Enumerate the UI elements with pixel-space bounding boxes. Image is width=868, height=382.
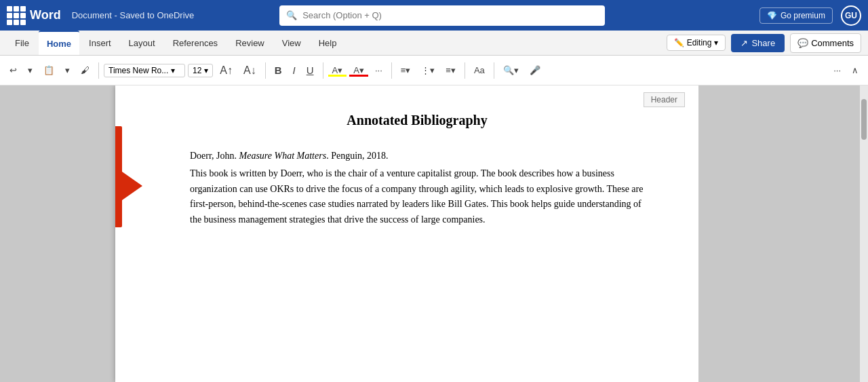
premium-icon: 💎 [767,11,777,20]
more-button[interactable]: ··· [371,62,387,78]
editing-button[interactable]: ✏️ Editing ▾ [667,35,726,51]
citation-title: Measure What Matters [239,151,327,161]
share-button[interactable]: ↗ Share [731,34,785,52]
share-icon: ↗ [741,38,748,48]
separator-2 [265,62,266,79]
increase-font-button[interactable]: A↑ [216,62,237,79]
comments-button[interactable]: 💬 Comments [790,33,861,53]
annotation-overlay: Rename heading to Annotated Bibliography… [115,126,122,227]
font-dropdown-icon: ▾ [171,66,175,75]
undo-button[interactable]: ↩ [5,62,21,78]
waffle-icon[interactable] [7,6,26,25]
editing-label: Editing [687,38,712,47]
scrollbar[interactable] [860,85,868,382]
document-heading[interactable]: Annotated Bibliography [190,113,644,128]
title-bar: Word Document - Saved to OneDrive 🔍 💎 Go… [0,0,868,31]
scrollbar-thumb[interactable] [861,99,867,140]
right-margin [698,85,868,382]
left-margin [0,85,115,382]
dictate-button[interactable]: 🎤 [526,62,545,78]
svg-marker-0 [115,162,142,210]
comments-label: Comments [811,38,854,48]
chevron-down-icon: ▾ [714,38,718,47]
document-page[interactable]: Rename heading to Annotated Bibliography… [115,85,698,382]
format-painter-button[interactable]: 🖌 [77,62,94,78]
font-color-icon: A [353,65,359,75]
search-input[interactable] [302,10,598,20]
avatar[interactable]: GU [841,5,861,26]
decrease-font-button[interactable]: A↓ [239,62,260,79]
overflow-button[interactable]: ··· [829,62,845,78]
search-bar[interactable]: 🔍 [279,5,605,26]
citation-line: Doerr, John. Measure What Matters. Pengu… [190,149,644,164]
separator-6 [494,62,494,79]
font-selector[interactable]: Times New Ro... ▾ [104,64,185,77]
font-size-value: 12 [193,66,201,75]
tab-references[interactable]: References [165,31,226,55]
tab-review[interactable]: Review [227,31,273,55]
tab-home[interactable]: Home [39,31,79,55]
numbering-button[interactable]: ⋮▾ [417,62,439,78]
separator-3 [323,62,323,79]
underline-button[interactable]: U [302,62,318,79]
highlight-icon: A [332,65,338,75]
highlight-dropdown: ▾ [338,65,342,75]
styles-button[interactable]: Aa [470,62,489,78]
font-size-selector[interactable]: 12 ▾ [188,64,213,77]
separator-1 [98,62,99,79]
document-body[interactable]: Doerr, John. Measure What Matters. Pengu… [190,149,644,227]
clipboard-button[interactable]: 📋 [39,62,58,78]
document-area: Rename heading to Annotated Bibliography… [0,85,868,382]
toolbar: ↩ ▾ 📋 ▾ 🖌 Times New Ro... ▾ 12 ▾ A↑ A↓ B… [0,56,868,85]
go-premium-button[interactable]: 💎 Go premium [760,7,833,24]
font-size-dropdown-icon: ▾ [204,66,208,75]
collapse-ribbon-button[interactable]: ∧ [848,62,863,78]
find-button[interactable]: 🔍▾ [499,62,523,78]
bullets-button[interactable]: ≡▾ [397,62,415,78]
font-color-dropdown: ▾ [359,65,364,75]
tab-help[interactable]: Help [311,31,345,55]
comment-icon: 💬 [797,38,808,48]
share-label: Share [751,38,775,48]
app-name: Word [30,8,61,22]
tab-view[interactable]: View [274,31,309,55]
separator-4 [391,62,392,79]
highlight-button[interactable]: A ▾ [328,62,347,78]
citation-author: Doerr, John. [190,151,237,161]
header-label: Header [644,92,685,107]
italic-button[interactable]: I [289,62,300,79]
annotation-arrow [115,159,142,216]
go-premium-label: Go premium [781,11,825,20]
font-name: Times New Ro... [108,66,168,75]
search-icon: 🔍 [286,10,297,20]
separator-5 [465,62,465,79]
ribbon-tabs: File Home Insert Layout References Revie… [0,31,868,55]
annotation-paragraph: This book is written by Doerr, who is th… [190,166,644,227]
bold-button[interactable]: B [271,62,286,79]
pencil-icon: ✏️ [674,38,684,47]
ribbon: File Home Insert Layout References Revie… [0,31,868,56]
citation-rest: . Penguin, 2018. [326,151,388,161]
align-button[interactable]: ≡▾ [441,62,460,78]
tab-file[interactable]: File [7,31,37,55]
clipboard-dropdown[interactable]: ▾ [61,62,74,78]
undo-dropdown[interactable]: ▾ [24,62,37,78]
font-color-button[interactable]: A ▾ [349,62,368,78]
instruction-box: Rename heading to Annotated Bibliography… [115,126,122,227]
tab-layout[interactable]: Layout [121,31,163,55]
tab-insert[interactable]: Insert [81,31,119,55]
doc-title: Document - Saved to OneDrive [72,10,195,20]
